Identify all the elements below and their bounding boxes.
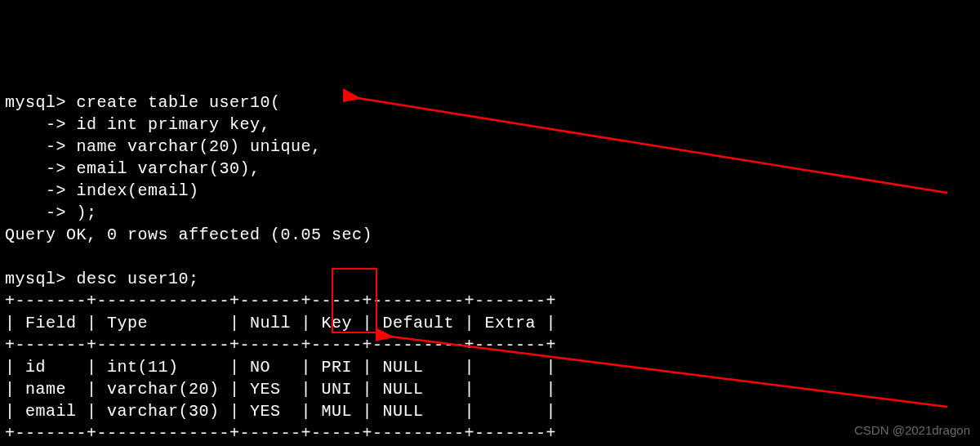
continuation-prompt: -> (5, 159, 66, 178)
table-row: | name | varchar(20) | YES | UNI | NULL … (5, 380, 556, 399)
continuation-prompt: -> (5, 181, 66, 200)
table-separator: +-------+-------------+------+-----+----… (5, 336, 556, 355)
sql-create-line3: name varchar(20) unique, (77, 137, 322, 156)
sql-desc-cmd: desc user10; (77, 270, 199, 288)
sql-create-line5: index(email) (77, 181, 199, 200)
table-separator: +-------+-------------+------+-----+----… (5, 424, 556, 443)
mysql-prompt: mysql> (5, 270, 66, 288)
continuation-prompt: -> (5, 137, 66, 156)
continuation-prompt: -> (5, 115, 66, 134)
sql-create-line4: email varchar(30), (77, 159, 261, 178)
sql-create-line1: create table user10( (77, 93, 281, 112)
continuation-prompt: -> (5, 203, 66, 222)
table-header: | Field | Type | Null | Key | Default | … (5, 314, 556, 332)
table-separator: +-------+-------------+------+-----+----… (5, 292, 556, 310)
table-row: | email | varchar(30) | YES | MUL | NULL… (5, 402, 556, 421)
terminal-output: mysql> create table user10( -> id int pr… (5, 91, 975, 446)
table-row: | id | int(11) | NO | PRI | NULL | | (5, 358, 556, 377)
sql-create-line2: id int primary key, (77, 115, 271, 134)
query-ok-result: Query OK, 0 rows affected (0.05 sec) (5, 225, 372, 244)
sql-create-line6: ); (77, 203, 97, 222)
mysql-prompt: mysql> (5, 93, 66, 112)
